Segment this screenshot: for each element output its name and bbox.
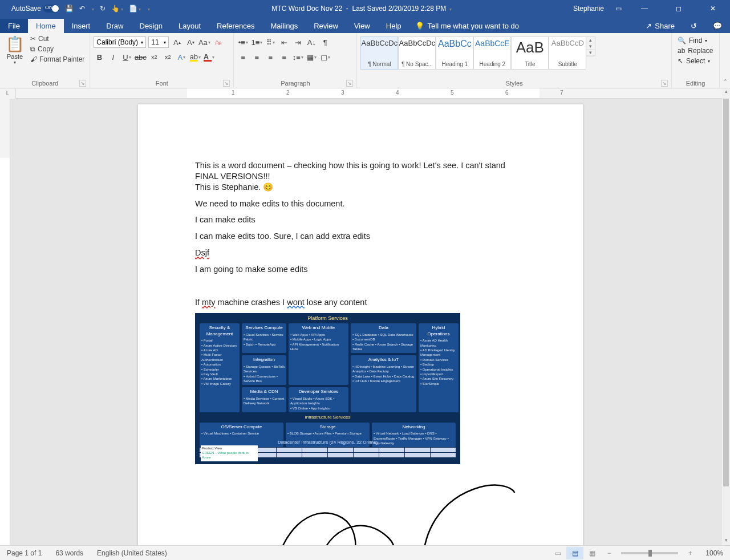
styles-gallery[interactable]: AaBbCcDc¶ NormalAaBbCcDc¶ No Spac...AaBb… <box>360 36 586 70</box>
format-painter-button[interactable]: 🖌Format Painter <box>29 55 86 64</box>
redo-icon[interactable]: ↻ <box>100 5 106 13</box>
styles-expand[interactable]: ▾ <box>586 50 595 56</box>
paragraph-5[interactable]: Dsjf <box>195 247 526 258</box>
superscript-button[interactable]: x2 <box>162 51 173 63</box>
history-icon[interactable]: ↺ <box>683 19 705 33</box>
tab-help[interactable]: Help <box>378 19 409 33</box>
multilevel-button[interactable]: ⠿▾ <box>265 36 276 48</box>
comments-icon[interactable]: 💬 <box>705 19 730 33</box>
document-body[interactable]: This is a word document – checking how t… <box>138 104 583 560</box>
increase-font-icon[interactable]: A▴ <box>171 36 182 48</box>
qat-customize-icon[interactable]: 📄 <box>129 5 141 13</box>
style-item[interactable]: AaBbCcEHeading 2 <box>473 36 511 70</box>
select-button[interactable]: ↖Select▾ <box>675 56 712 66</box>
decrease-indent-button[interactable]: ⇤ <box>278 36 290 48</box>
paste-button[interactable]: 📋 Paste ▾ <box>3 34 26 66</box>
zoom-thumb[interactable] <box>648 550 652 557</box>
toggle-switch[interactable]: On <box>43 5 59 13</box>
vertical-scrollbar[interactable]: ▴ ▾ <box>722 88 730 545</box>
tab-mailings[interactable]: Mailings <box>263 19 306 33</box>
styles-scroll-down[interactable]: ▾ <box>586 43 595 50</box>
align-left-button[interactable]: ≡ <box>237 51 249 63</box>
replace-button[interactable]: abReplace <box>675 46 715 56</box>
paragraph-7[interactable]: If mty machine crashes I wont lose any c… <box>195 297 526 308</box>
tab-draw[interactable]: Draw <box>98 19 131 33</box>
paragraph-2[interactable]: We need to make edits to this document. <box>195 198 526 209</box>
embedded-image-azure[interactable]: Platform Services Security & Management … <box>195 313 460 464</box>
subscript-button[interactable]: x2 <box>148 51 160 63</box>
undo-dropdown[interactable] <box>91 5 94 13</box>
tab-references[interactable]: References <box>209 19 262 33</box>
save-icon[interactable]: 💾 <box>65 5 74 13</box>
scroll-thumb[interactable] <box>723 99 729 486</box>
borders-button[interactable]: ▢▾ <box>319 51 331 63</box>
italic-button[interactable]: I <box>107 51 119 63</box>
tab-selector[interactable]: L <box>0 88 16 99</box>
style-item[interactable]: AaBbCcDc¶ No Spac... <box>398 36 436 70</box>
highlight-button[interactable]: ab▾ <box>189 51 201 63</box>
strike-button[interactable]: abc <box>135 51 146 63</box>
paragraph-1[interactable]: This is a word document – checking how t… <box>195 160 526 193</box>
tab-file[interactable]: File <box>0 19 28 33</box>
paragraph-6[interactable]: I am going to make some edits <box>195 264 526 275</box>
user-name[interactable]: Stephanie <box>573 5 604 13</box>
collapse-ribbon-icon[interactable]: ⌃ <box>723 78 728 86</box>
shading-button[interactable]: ▦▾ <box>306 51 317 63</box>
align-center-button[interactable]: ≡ <box>251 51 262 63</box>
show-marks-button[interactable]: ¶ <box>319 36 331 48</box>
touch-mode-icon[interactable]: 👆 <box>111 5 123 13</box>
underline-button[interactable]: U▾ <box>121 51 132 63</box>
line-spacing-button[interactable]: ↕≡▾ <box>292 51 303 63</box>
close-button[interactable]: ✕ <box>701 5 724 13</box>
title-dropdown[interactable] <box>448 5 452 13</box>
paragraph-launcher[interactable]: ↘ <box>346 80 353 87</box>
bold-button[interactable]: B <box>94 51 105 63</box>
change-case-icon[interactable]: Aa▾ <box>198 36 210 48</box>
zoom-level[interactable]: 100% <box>699 549 730 557</box>
decrease-font-icon[interactable]: A▾ <box>185 36 196 48</box>
ribbon-display-icon[interactable]: ▭ <box>615 5 622 13</box>
sort-button[interactable]: A↓ <box>306 36 317 48</box>
paragraph-3[interactable]: I can make edits <box>195 214 526 225</box>
document-page[interactable]: This is a word document – checking how t… <box>138 104 583 560</box>
font-color-button[interactable]: A▾ <box>203 51 214 63</box>
qat-more-icon[interactable] <box>147 5 150 13</box>
tab-review[interactable]: Review <box>306 19 346 33</box>
maximize-button[interactable]: ◻ <box>667 5 690 13</box>
status-language[interactable]: English (United States) <box>90 549 174 557</box>
zoom-out-button[interactable]: − <box>601 547 618 559</box>
undo-icon[interactable]: ↶ <box>79 5 85 13</box>
styles-launcher[interactable]: ↘ <box>661 80 668 87</box>
status-words[interactable]: 63 words <box>48 549 90 557</box>
text-effects-button[interactable]: A▾ <box>176 51 187 63</box>
autosave-toggle[interactable]: AutoSave On <box>11 5 59 13</box>
cut-button[interactable]: ✂Cut <box>29 34 86 43</box>
font-launcher[interactable]: ↘ <box>223 80 230 87</box>
copy-button[interactable]: ⧉Copy <box>29 44 86 54</box>
share-button[interactable]: ↗ Share <box>638 19 683 33</box>
tab-insert[interactable]: Insert <box>64 19 99 33</box>
paragraph-4[interactable]: I can make edits too. Sure, I can add ex… <box>195 231 526 242</box>
status-page[interactable]: Page 1 of 1 <box>0 549 48 557</box>
font-name-combo[interactable]: Calibri (Body)▾ <box>94 36 146 48</box>
vertical-ruler[interactable] <box>0 99 10 545</box>
scroll-down-icon[interactable]: ▾ <box>722 537 730 545</box>
style-item[interactable]: AaBbCcHeading 1 <box>436 36 473 70</box>
read-mode-button[interactable]: ▭ <box>549 547 566 559</box>
tab-home[interactable]: Home <box>28 19 64 33</box>
numbering-button[interactable]: 1≡▾ <box>251 36 262 48</box>
find-button[interactable]: 🔍Find▾ <box>675 35 709 46</box>
zoom-slider[interactable] <box>621 552 678 554</box>
tab-design[interactable]: Design <box>132 19 171 33</box>
horizontal-ruler[interactable]: L 1 2 3 4 5 6 7 <box>16 88 722 99</box>
align-right-button[interactable]: ≡ <box>265 51 276 63</box>
clear-format-icon[interactable]: 🗛 <box>212 36 224 48</box>
increase-indent-button[interactable]: ⇥ <box>292 36 303 48</box>
tab-view[interactable]: View <box>346 19 378 33</box>
styles-scroll-up[interactable]: ▴ <box>586 37 595 43</box>
paragraph-blank[interactable] <box>195 281 526 291</box>
font-size-combo[interactable]: 11▾ <box>148 36 169 48</box>
justify-button[interactable]: ≡ <box>278 51 290 63</box>
style-item[interactable]: AaBbCcDc¶ Normal <box>360 36 398 70</box>
style-item[interactable]: AaBTitle <box>511 36 549 70</box>
